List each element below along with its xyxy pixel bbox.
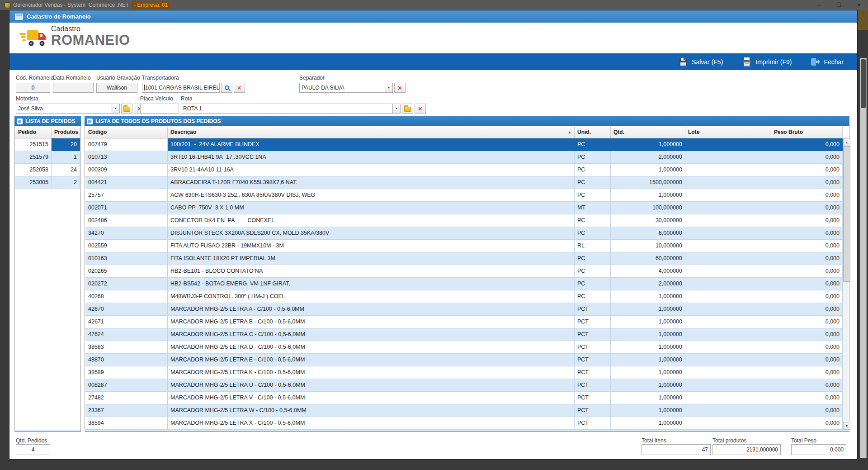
rota-clear-button[interactable]: ✕	[415, 104, 426, 114]
qtd-cell[interactable]: 1,000000	[611, 379, 685, 392]
unid-cell[interactable]: PCT	[575, 379, 611, 392]
peso-cell[interactable]: 0,000	[771, 189, 843, 202]
pedido-cell[interactable]: 251515	[15, 138, 52, 151]
peso-cell[interactable]: 0,000	[771, 417, 843, 430]
codigo-cell[interactable]: 47624	[85, 328, 168, 341]
unid-cell[interactable]: PC	[575, 278, 611, 290]
codigo-cell[interactable]: 48870	[85, 354, 168, 366]
descricao-cell[interactable]: FITA ISOLANTE 18X20 PT IMPERIAL 3M	[168, 252, 575, 265]
table-row[interactable]: 25757ACW 630H-ETS630-3 252.. 630A 85KA/3…	[85, 189, 843, 202]
codigo-cell[interactable]: 27482	[85, 392, 168, 404]
codigo-cell[interactable]: 42671	[85, 316, 168, 328]
table-row[interactable]: 007479100/201 - 24V ALARME BLINDEXPC1,00…	[85, 138, 843, 151]
unid-cell[interactable]: PC	[575, 265, 611, 278]
pedido-row[interactable]: 2515791	[15, 151, 80, 164]
lote-cell[interactable]	[685, 354, 771, 366]
pedido-row[interactable]: 25151520	[15, 138, 80, 151]
qtd-cell[interactable]: 2,000000	[611, 151, 685, 164]
peso-cell[interactable]: 0,000	[771, 252, 843, 265]
descricao-cell[interactable]: HB2-BS542 - BOTAO EMERG. VM 1NF GIRAT.	[168, 278, 575, 290]
table-row[interactable]: 42670MARCADOR MHG-2/5 LETRA A - C/100 - …	[85, 303, 843, 316]
lote-cell[interactable]	[685, 379, 771, 392]
codigo-cell[interactable]: 000309	[85, 164, 168, 176]
peso-cell[interactable]: 0,000	[771, 138, 843, 151]
peso-cell[interactable]: 0,000	[771, 290, 843, 303]
qtd-cell[interactable]: 1,000000	[611, 328, 685, 341]
unid-cell[interactable]: PC	[575, 214, 611, 227]
qtd-cell[interactable]: 1,000000	[611, 138, 685, 151]
lote-cell[interactable]	[685, 316, 771, 328]
codigo-cell[interactable]: 34270	[85, 227, 168, 240]
table-row[interactable]: 27482MARCADOR MHG-2/5 LETRA V - C/100 - …	[85, 392, 843, 404]
peso-cell[interactable]: 0,000	[771, 341, 843, 354]
table-row[interactable]: 020265HB2-BE101 - BLOCO CONTATO NAPC4,00…	[85, 265, 843, 278]
data-romaneio-input[interactable]	[53, 83, 94, 93]
codigo-cell[interactable]: 002559	[85, 240, 168, 252]
peso-cell[interactable]: 0,000	[771, 392, 843, 404]
peso-cell[interactable]: 0,000	[771, 303, 843, 316]
table-row[interactable]: 42671MARCADOR MHG-2/5 LETRA B - C/100 - …	[85, 316, 843, 328]
lote-cell[interactable]	[685, 341, 771, 354]
descricao-cell[interactable]: MARCADOR MHG-2/5 LETRA A - C/100 - 0,5-6…	[168, 303, 575, 316]
pedido-cell[interactable]: 252053	[15, 164, 52, 176]
produtos-count-cell[interactable]: 2	[52, 176, 80, 189]
table-row[interactable]: 002486CONECTOR DK4 EN PA CONEXELPC30,000…	[85, 214, 843, 227]
column-header-qtd[interactable]: Qtd.	[611, 127, 685, 138]
descricao-cell[interactable]: DISJUNTOR STECK 3X200A SDLS200 CX. MOLD …	[168, 227, 575, 240]
lote-cell[interactable]	[685, 176, 771, 189]
codigo-cell[interactable]: 23367	[85, 404, 168, 417]
peso-cell[interactable]: 0,000	[771, 214, 843, 227]
descricao-cell[interactable]: MARCADOR MHG-2/5 LETRA X - C/100 - 0,5-6…	[168, 417, 575, 430]
lote-cell[interactable]	[685, 214, 771, 227]
print-button[interactable]: Imprimir (F9)	[742, 57, 792, 66]
descricao-cell[interactable]: MARCADOR MHG-2/5 LETRA W - C/100 - 0,5-6…	[168, 404, 575, 417]
qtd-cell[interactable]: 60,000000	[611, 252, 685, 265]
unid-cell[interactable]: PCT	[575, 417, 611, 430]
unid-cell[interactable]: PC	[575, 290, 611, 303]
descricao-cell[interactable]: MARCADOR MHG-2/5 LETRA K - C/100 - 0,5-6…	[168, 366, 575, 379]
codigo-cell[interactable]: 008287	[85, 379, 168, 392]
pedido-row[interactable]: 2530052	[15, 176, 80, 189]
descricao-cell[interactable]: MARCADOR MHG-2/5 LETRA C - C/100 - 0,5-6…	[168, 328, 575, 341]
separador-combobox[interactable]: PAULO DA SILVA ▼	[299, 83, 393, 93]
rota-combobox[interactable]: ROTA 1 ▼	[181, 104, 401, 114]
column-header-codigo[interactable]: Código	[85, 127, 168, 138]
column-header-pedido[interactable]: Pedido	[15, 127, 52, 138]
codigo-cell[interactable]: 020272	[85, 278, 168, 290]
column-header-produtos[interactable]: Produtos	[52, 127, 80, 138]
qtd-cell[interactable]: 1500,000000	[611, 176, 685, 189]
qtd-cell[interactable]: 1,000000	[611, 290, 685, 303]
unid-cell[interactable]: PCT	[575, 316, 611, 328]
unid-cell[interactable]: PC	[575, 227, 611, 240]
lote-cell[interactable]	[685, 328, 771, 341]
chevron-down-icon[interactable]: ▼	[385, 83, 392, 92]
descricao-cell[interactable]: MARCADOR MHG-2/5 LETRA U - C/100 - 0,5-6…	[168, 379, 575, 392]
descricao-cell[interactable]: MARCADOR MHG-2/5 LETRA V - C/100 - 0,5-6…	[168, 392, 575, 404]
peso-cell[interactable]: 0,000	[771, 366, 843, 379]
lote-cell[interactable]	[685, 417, 771, 430]
codigo-cell[interactable]: 38589	[85, 366, 168, 379]
peso-cell[interactable]: 0,000	[771, 404, 843, 417]
codigo-cell[interactable]: 40268	[85, 290, 168, 303]
lote-cell[interactable]	[685, 278, 771, 290]
codigo-cell[interactable]: 007479	[85, 138, 168, 151]
codigo-cell[interactable]: 002071	[85, 202, 168, 214]
pedido-row[interactable]: 25205324	[15, 164, 80, 176]
lote-cell[interactable]	[685, 404, 771, 417]
rota-folder-button[interactable]	[402, 104, 413, 114]
descricao-cell[interactable]: ACW 630H-ETS630-3 252.. 630A 85KA/380V D…	[168, 189, 575, 202]
qtd-cell[interactable]: 30,000000	[611, 214, 685, 227]
peso-cell[interactable]: 0,000	[771, 227, 843, 240]
peso-cell[interactable]: 0,000	[771, 379, 843, 392]
codigo-cell[interactable]: 020265	[85, 265, 168, 278]
unid-cell[interactable]: PC	[575, 176, 611, 189]
qtd-cell[interactable]: 6,000000	[611, 227, 685, 240]
qtd-cell[interactable]: 2,000000	[611, 278, 685, 290]
close-button[interactable]: Fechar	[811, 57, 844, 66]
desktop-vertical-scrollbar[interactable]	[860, 58, 867, 458]
lote-cell[interactable]	[685, 392, 771, 404]
codigo-cell[interactable]: 42670	[85, 303, 168, 316]
lote-cell[interactable]	[685, 202, 771, 214]
chevron-down-icon[interactable]: ▼	[392, 104, 400, 113]
save-button[interactable]: Salvar (F5)	[679, 57, 723, 66]
